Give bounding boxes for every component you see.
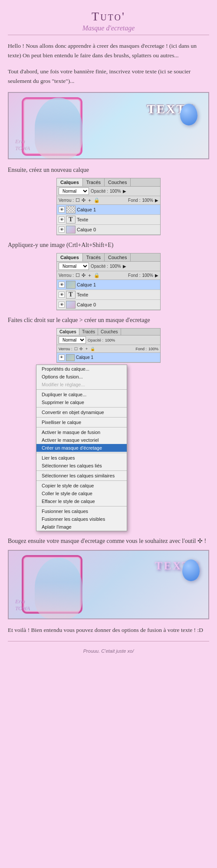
- ctx-activer-masque-fusion[interactable]: Activer le masque de fusion: [36, 428, 127, 436]
- opacity-value-sm: 100%: [105, 338, 115, 342]
- tab-couches-2[interactable]: Couches: [105, 253, 131, 261]
- opacity-label-2: Opacité :: [91, 264, 108, 269]
- fond-label-1: Fond :: [128, 198, 140, 203]
- tab-traces-1[interactable]: Tracés: [83, 178, 105, 186]
- final-banner-char: [35, 558, 82, 618]
- ctx-fusionner[interactable]: Fusionner les calques: [36, 507, 127, 515]
- ctx-activer-masque-vect[interactable]: Activer le masque vectoriel: [36, 436, 127, 444]
- step1-paragraph: Tout d'abord, une fois votre bannière fi…: [8, 67, 209, 86]
- lock-icon-1[interactable]: ☐: [76, 197, 80, 203]
- layer-eye-calque0-2[interactable]: 👁: [59, 302, 65, 308]
- banner-character: [35, 98, 82, 158]
- lock-icon-sm[interactable]: ☐: [74, 347, 78, 351]
- layers-controls-lock-1: Verrou : ☐ ✣ ＋ 🔒 Fond : 100% ▶: [57, 196, 160, 205]
- conclusion-paragraph: Et voilà ! Bien entendu vous pouvez donn…: [8, 625, 209, 635]
- layer-row-calque0[interactable]: 👁 Calque 0: [57, 225, 160, 235]
- fond-value-2: 100%: [142, 273, 153, 278]
- tab-calques-1[interactable]: Calques: [57, 178, 83, 186]
- layer-thumb-sm: [66, 354, 75, 361]
- ctx-selectionner-similaires[interactable]: Sélectionner les calques similaires: [36, 472, 127, 480]
- ctx-convertir[interactable]: Convertir en objet dynamique: [36, 408, 127, 416]
- lock-plus-icon-1[interactable]: ＋: [87, 197, 92, 204]
- tab-couches-sm[interactable]: Couches: [98, 329, 121, 335]
- layer-thumb-texte-2: T: [66, 291, 76, 299]
- ctx-aplatir[interactable]: Aplatir l'image: [36, 523, 127, 531]
- layers-controls-mode-2: Normal Opacité : 100% ▶: [57, 262, 160, 271]
- lock-lock-icon-1[interactable]: 🔒: [94, 197, 100, 203]
- tab-traces-2[interactable]: Tracés: [83, 253, 105, 261]
- lock-lock-icon-2[interactable]: 🔒: [94, 273, 100, 278]
- lock-plus-icon-2[interactable]: ＋: [87, 272, 92, 279]
- page-container: Tuto' Masque d'ecretage Hello ! Nous all…: [0, 0, 217, 666]
- layer-row-texte-2[interactable]: 👁 T Texte: [57, 290, 160, 300]
- layer-name-calque1-2: Calque 1: [77, 282, 158, 287]
- layer-eye-texte-2[interactable]: 👁: [59, 292, 65, 298]
- lock-icon-2[interactable]: ☐: [76, 273, 80, 278]
- ctx-sep-6: [36, 470, 127, 471]
- layer-eye-sm[interactable]: 👁: [59, 355, 65, 361]
- fond-arrow-2[interactable]: ▶: [155, 273, 158, 278]
- layer-thumb-calque0-2: [66, 301, 76, 309]
- ctx-pixelliser[interactable]: Pixelliser le calque: [36, 418, 127, 426]
- layer-name-texte: Texte: [77, 217, 158, 222]
- fond-arrow-1[interactable]: ▶: [155, 198, 158, 203]
- layer-row-calque1[interactable]: 👁 Calque 1: [57, 205, 160, 215]
- layer-name-sm: Calque 1: [76, 355, 158, 360]
- lock-lock-sm[interactable]: 🔒: [90, 347, 95, 351]
- layer-row-calque0-2[interactable]: 👁 Calque 0: [57, 300, 160, 310]
- banner-image: TEXTE Eria TOWA: [8, 92, 209, 159]
- lock-move-icon-1[interactable]: ✣: [82, 197, 85, 203]
- ctx-copier-style[interactable]: Copier le style de calque: [36, 482, 127, 490]
- opacity-arrow-2[interactable]: ▶: [123, 264, 126, 269]
- layers-panel-2: Calques Tracés Couches Normal Opacité : …: [56, 253, 161, 310]
- layer-eye-calque1-2[interactable]: 👁: [59, 282, 65, 288]
- blend-mode-select-sm[interactable]: Normal: [59, 336, 86, 344]
- layer-T-icon: T: [69, 216, 72, 223]
- ctx-coller-style[interactable]: Coller le style de calque: [36, 490, 127, 497]
- ctx-lier[interactable]: Lier les calques: [36, 454, 127, 462]
- tab-calques-2[interactable]: Calques: [57, 253, 83, 261]
- tab-couches-1[interactable]: Couches: [105, 178, 131, 186]
- layer-eye-texte[interactable]: 👁: [59, 217, 65, 223]
- layer-row-calque1-2[interactable]: 👁 Calque 1: [57, 280, 160, 290]
- layer-row-texte[interactable]: 👁 T Texte: [57, 215, 160, 225]
- layer-eye-calque1[interactable]: 👁: [59, 207, 65, 213]
- ctx-sep-5: [36, 453, 127, 453]
- ctx-proprietes[interactable]: Propriétés du calque...: [36, 365, 127, 373]
- fond-label-sm: Fond :: [135, 347, 147, 351]
- layer-name-calque0: Calque 0: [77, 227, 158, 232]
- final-banner: TEXTE Eria TOWA: [8, 550, 209, 619]
- ctx-effacer-style[interactable]: Effacer le style de calque: [36, 497, 127, 505]
- ctx-fusionner-visibles[interactable]: Fusionner les calques visibles: [36, 515, 127, 523]
- layer-row-sm[interactable]: 👁 Calque 1: [57, 353, 160, 362]
- layers-panel-1: Calques Tracés Couches Normal Opacité : …: [56, 178, 161, 235]
- opacity-label-1: Opacité :: [91, 189, 108, 194]
- blend-mode-select-1[interactable]: Normal: [59, 187, 89, 195]
- lock-move-sm[interactable]: ✣: [79, 347, 83, 351]
- ctx-creer-masque[interactable]: Créer un masque d'écretage: [36, 444, 127, 452]
- fond-value-1: 100%: [142, 198, 153, 203]
- ctx-sep-1: [36, 389, 127, 390]
- ctx-dupliquer[interactable]: Dupliquer le calque...: [36, 391, 127, 398]
- ctx-supprimer[interactable]: Supprimer le calque: [36, 398, 127, 406]
- final-balloon: [182, 559, 200, 581]
- fond-value-sm: 100%: [148, 347, 158, 351]
- title-section: Tuto' Masque d'ecretage: [8, 4, 209, 35]
- layer-eye-calque0[interactable]: 👁: [59, 227, 65, 233]
- layer-thumb-calque1-2: [66, 281, 76, 289]
- layer-name-calque1: Calque 1: [77, 207, 158, 212]
- opacity-value-2: 100%: [110, 264, 121, 269]
- opacity-arrow-1[interactable]: ▶: [123, 189, 126, 194]
- layer-T-icon-2: T: [69, 291, 72, 298]
- layers-controls-mode-sm: Normal Opacité : 100%: [57, 335, 160, 345]
- ctx-options-fusion[interactable]: Options de fusion...: [36, 373, 127, 381]
- ctx-selectionner-lies[interactable]: Sélectionner les calques liés: [36, 462, 127, 470]
- context-menu-area: Calques Tracés Couches Normal Opacité : …: [8, 328, 209, 531]
- tab-calques-sm[interactable]: Calques: [57, 329, 79, 335]
- lock-plus-sm[interactable]: ＋: [85, 346, 89, 352]
- tab-traces-sm[interactable]: Tracés: [79, 329, 98, 335]
- blend-mode-select-2[interactable]: Normal: [59, 263, 89, 270]
- lock-move-icon-2[interactable]: ✣: [82, 273, 85, 278]
- ctx-sep-7: [36, 480, 127, 481]
- opacity-label-sm: Opacité :: [88, 338, 103, 342]
